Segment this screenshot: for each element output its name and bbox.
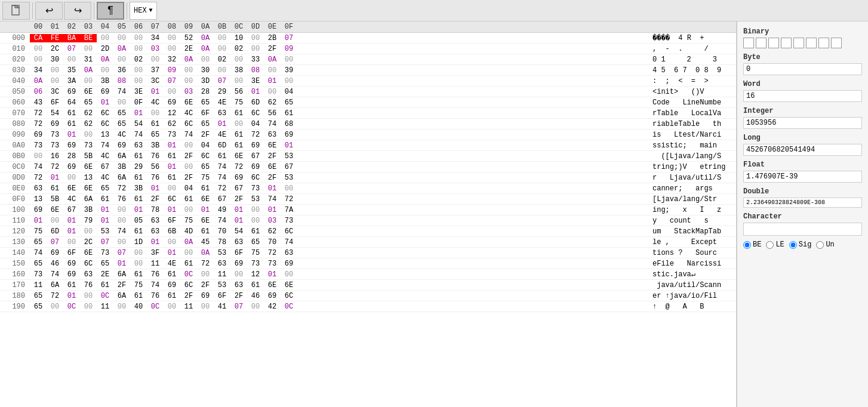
hex-byte[interactable]: 0A bbox=[197, 249, 214, 257]
hex-byte[interactable]: 6C bbox=[180, 281, 197, 289]
bin-box-3[interactable] bbox=[781, 38, 792, 48]
hex-byte[interactable]: 76 bbox=[147, 152, 164, 161]
hex-byte[interactable]: 00 bbox=[113, 34, 130, 42]
hex-byte[interactable]: 0C bbox=[63, 303, 80, 311]
hex-byte[interactable]: 6A bbox=[113, 174, 130, 182]
le-radio-item[interactable]: LE bbox=[766, 240, 784, 249]
hex-byte[interactable]: 6F bbox=[214, 292, 230, 300]
hex-byte[interactable]: 61 bbox=[197, 184, 214, 193]
hex-byte[interactable]: 69 bbox=[230, 174, 247, 182]
hex-byte[interactable]: 70 bbox=[264, 238, 281, 246]
hex-byte[interactable]: 74 bbox=[113, 227, 130, 236]
hex-byte[interactable]: 04 bbox=[247, 120, 264, 128]
hex-byte[interactable]: 01 bbox=[113, 260, 130, 268]
hex-byte[interactable]: 36 bbox=[113, 66, 130, 75]
hex-byte[interactable]: 3C bbox=[47, 88, 63, 96]
hex-byte[interactable]: 61 bbox=[230, 109, 247, 118]
hex-byte[interactable]: 63 bbox=[264, 131, 281, 139]
hex-byte[interactable]: 00 bbox=[164, 45, 180, 53]
hex-byte[interactable]: 00 bbox=[47, 66, 63, 75]
hex-byte[interactable]: 07 bbox=[164, 77, 180, 85]
hex-byte[interactable]: 01 bbox=[97, 206, 113, 214]
hex-byte[interactable]: 00 bbox=[264, 66, 281, 75]
hex-byte[interactable]: 49 bbox=[214, 206, 230, 214]
hex-byte[interactable]: 08 bbox=[113, 77, 130, 85]
hex-byte[interactable]: 73 bbox=[47, 131, 63, 139]
hex-byte[interactable]: 61 bbox=[63, 120, 80, 128]
hex-byte[interactable]: 00 bbox=[180, 141, 197, 150]
hex-byte[interactable]: 2D bbox=[97, 45, 113, 53]
hex-byte[interactable]: 30 bbox=[47, 56, 63, 64]
hex-byte[interactable]: 65 bbox=[30, 303, 47, 311]
hex-byte[interactable]: 72 bbox=[30, 174, 47, 182]
hex-byte[interactable]: 67 bbox=[281, 163, 297, 171]
hex-byte[interactable]: 75 bbox=[180, 217, 197, 225]
hex-byte[interactable]: 01 bbox=[281, 141, 297, 150]
hex-byte[interactable]: 62 bbox=[264, 98, 281, 107]
hex-byte[interactable]: 67 bbox=[63, 206, 80, 214]
hex-byte[interactable]: 6C bbox=[247, 174, 264, 182]
bin-box-6[interactable] bbox=[818, 38, 829, 48]
hex-byte[interactable]: 00 bbox=[113, 238, 130, 246]
hex-byte[interactable]: 2C bbox=[80, 238, 97, 246]
hex-byte[interactable]: 63 bbox=[214, 260, 230, 268]
hex-byte[interactable]: 6F bbox=[63, 249, 80, 257]
hex-byte[interactable]: 00 bbox=[30, 152, 47, 161]
hex-byte[interactable]: 69 bbox=[247, 163, 264, 171]
hex-byte[interactable]: 00 bbox=[130, 249, 147, 257]
hex-byte[interactable]: 6E bbox=[80, 163, 97, 171]
hex-byte[interactable]: 00 bbox=[30, 56, 47, 64]
hex-byte[interactable]: 3D bbox=[197, 77, 214, 85]
hex-byte[interactable]: 01 bbox=[147, 238, 164, 246]
hex-byte[interactable]: 0C bbox=[147, 303, 164, 311]
hex-byte[interactable]: 2F bbox=[230, 195, 247, 204]
hex-byte[interactable]: 00 bbox=[230, 120, 247, 128]
hex-byte[interactable]: 38 bbox=[230, 66, 247, 75]
hex-byte[interactable]: 01 bbox=[197, 206, 214, 214]
hex-byte[interactable]: 01 bbox=[164, 249, 180, 257]
hex-byte[interactable]: 74 bbox=[281, 238, 297, 246]
toolbar-icon1-btn[interactable] bbox=[2, 2, 30, 20]
hex-byte[interactable]: 3C bbox=[147, 77, 164, 85]
hex-byte[interactable]: 00 bbox=[130, 260, 147, 268]
hex-byte[interactable]: 72 bbox=[47, 163, 63, 171]
hex-byte[interactable]: 10 bbox=[230, 34, 247, 42]
hex-byte[interactable]: 62 bbox=[164, 120, 180, 128]
hex-byte[interactable]: 61 bbox=[130, 152, 147, 161]
hex-byte[interactable]: 5B bbox=[80, 152, 97, 161]
hex-byte[interactable]: 61 bbox=[197, 227, 214, 236]
hex-byte[interactable]: 76 bbox=[147, 174, 164, 182]
hex-byte[interactable]: 11 bbox=[147, 260, 164, 268]
hex-byte[interactable]: 33 bbox=[247, 56, 264, 64]
hex-byte[interactable]: 2F bbox=[197, 281, 214, 289]
hex-byte[interactable]: 00 bbox=[264, 88, 281, 96]
hex-byte[interactable]: 00 bbox=[80, 77, 97, 85]
hex-byte[interactable]: 09 bbox=[281, 45, 297, 53]
hex-byte[interactable]: 61 bbox=[97, 195, 113, 204]
hex-byte[interactable]: 2E bbox=[97, 270, 113, 279]
hex-byte[interactable]: 2F bbox=[113, 281, 130, 289]
hex-byte[interactable]: 61 bbox=[281, 109, 297, 118]
hex-byte[interactable]: 74 bbox=[214, 217, 230, 225]
hex-byte[interactable]: 46 bbox=[47, 260, 63, 268]
hex-byte[interactable]: 65 bbox=[247, 238, 264, 246]
hex-byte[interactable]: 54 bbox=[230, 227, 247, 236]
hex-byte[interactable]: 6C bbox=[97, 109, 113, 118]
be-radio-item[interactable]: BE bbox=[743, 240, 761, 249]
hex-byte[interactable]: 00 bbox=[247, 34, 264, 42]
hex-byte[interactable]: 6C bbox=[164, 195, 180, 204]
hex-byte[interactable]: 61 bbox=[63, 109, 80, 118]
hex-byte[interactable]: 69 bbox=[63, 163, 80, 171]
hex-byte[interactable]: 00 bbox=[113, 303, 130, 311]
hex-byte[interactable]: CA bbox=[30, 34, 47, 42]
hex-byte[interactable]: 00 bbox=[47, 303, 63, 311]
hex-byte[interactable]: 00 bbox=[47, 217, 63, 225]
hex-byte[interactable]: 00 bbox=[80, 292, 97, 300]
hex-byte[interactable]: 35 bbox=[63, 66, 80, 75]
hex-byte[interactable]: 00 bbox=[147, 109, 164, 118]
hex-byte[interactable]: 07 bbox=[281, 34, 297, 42]
hex-byte[interactable]: 6E bbox=[230, 152, 247, 161]
hex-byte[interactable]: 00 bbox=[130, 45, 147, 53]
hex-byte[interactable]: 54 bbox=[47, 109, 63, 118]
hex-byte[interactable]: 75 bbox=[130, 281, 147, 289]
